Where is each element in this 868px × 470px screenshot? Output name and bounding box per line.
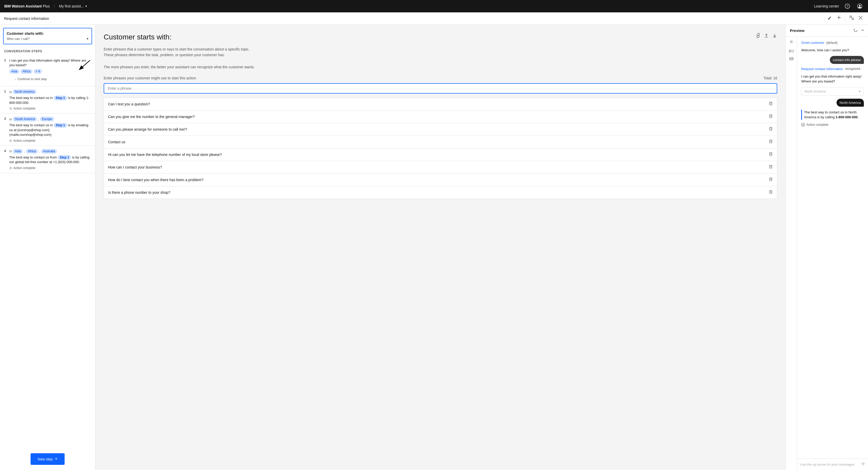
step-4[interactable]: 4 is Asia , Africa , Australia The best …: [0, 146, 95, 173]
upload-icon[interactable]: [764, 33, 769, 39]
delete-phrase-3[interactable]: [769, 127, 773, 132]
svg-rect-6: [852, 18, 854, 20]
action-card-subtitle: Who can I call?: [7, 37, 30, 41]
svg-rect-27: [789, 58, 793, 59]
chat-user-row: contact info please: [801, 56, 864, 64]
step-badge-4: Step 1: [58, 155, 71, 160]
center-title: Customer starts with:: [104, 33, 172, 41]
step-2[interactable]: 1 is North America The best way to conta…: [0, 86, 95, 114]
assistant-selector[interactable]: My first assist... ▾: [59, 4, 87, 8]
chat-input-row: Use the up arrow for prior messages: [797, 459, 868, 470]
center-header: Customer starts with:: [104, 33, 777, 41]
nav-left: IBM Watson Assistant Plus | My first ass…: [4, 4, 87, 8]
close-icon[interactable]: [857, 14, 864, 23]
arrow-annotation: [74, 59, 93, 75]
delete-phrase-7[interactable]: [769, 177, 773, 182]
panel-bar: Request contact information: [0, 12, 868, 25]
chevron-down-icon: ▾: [85, 4, 87, 8]
dropdown-chevron: ▾: [87, 37, 88, 41]
preview-chat: Greet customer [default] Welcome, how ca…: [797, 37, 868, 470]
center-header-icons: [755, 33, 777, 39]
center-desc-2: The more phrases you enter, the better y…: [104, 64, 258, 70]
download-icon[interactable]: [772, 33, 777, 39]
delete-phrase-2[interactable]: [769, 114, 773, 119]
minimize-icon[interactable]: −: [861, 28, 864, 33]
delete-phrase-6[interactable]: [769, 165, 773, 170]
phrase-input-container[interactable]: [104, 83, 777, 94]
top-nav: IBM Watson Assistant Plus | My first ass…: [0, 0, 868, 12]
delete-phrase-1[interactable]: [769, 102, 773, 107]
edit-icon[interactable]: [827, 14, 833, 23]
nav-right: Learning center ?: [814, 2, 864, 10]
phrase-row-1: Can I text you a question?: [104, 98, 777, 110]
learning-center-link[interactable]: Learning center: [814, 4, 839, 8]
phrase-row-6: How can I contact your business?: [104, 161, 777, 174]
action-card-title: Customer starts with:: [7, 31, 88, 36]
refresh-icon[interactable]: [853, 28, 858, 33]
chat-select[interactable]: North America ▾: [801, 87, 864, 96]
tag-asia: Asia: [9, 69, 19, 74]
panel-bar-icons: [827, 14, 864, 23]
chat-response: The best way to contact us in North Amer…: [801, 110, 864, 120]
svg-point-3: [859, 5, 861, 6]
phrase-row-8: Is there a phone number to your shop?: [104, 186, 777, 199]
phrase-row-2: Can you give me the number to the genera…: [104, 110, 777, 123]
check-circle-icon: ⊙: [9, 107, 12, 110]
settings-icon[interactable]: [835, 14, 842, 23]
svg-text:?: ?: [846, 4, 848, 8]
section-label: Conversation steps: [0, 47, 95, 55]
brand-name: IBM Watson Assistant Plus: [4, 4, 50, 8]
svg-rect-28: [789, 59, 793, 60]
nav-divider: |: [54, 4, 55, 8]
step-3[interactable]: 3 is South America , Europe The best way…: [0, 114, 95, 145]
chat-user-na-row: North America: [801, 99, 864, 107]
steps-container: 1 I can get you that information right a…: [0, 55, 95, 452]
phrase-total: Total: 16: [764, 76, 777, 80]
tag-more: + 4: [33, 69, 42, 74]
center-panel: Customer starts with: Enter phrases that…: [95, 25, 785, 470]
greet-link[interactable]: Greet customer: [801, 41, 825, 44]
step-1[interactable]: 1 I can get you that information right a…: [0, 55, 95, 86]
chat-section-request: Request contact information recognized: [801, 67, 864, 71]
phrase-row-3: Can you please arrange for someone to ca…: [104, 123, 777, 136]
arrow-down-icon: ↓: [14, 77, 16, 81]
delete-phrase-8[interactable]: [769, 190, 773, 195]
main-content: Customer starts with: Who can I call? ▾ …: [0, 25, 868, 470]
preview-icons-col: f(x): [786, 37, 797, 470]
settings-side-icon[interactable]: [789, 40, 794, 45]
svg-rect-5: [850, 16, 851, 18]
action-card[interactable]: Customer starts with: Who can I call? ▾: [3, 28, 92, 44]
left-panel: Customer starts with: Who can I call? ▾ …: [0, 25, 95, 470]
chat-user-na: North America: [837, 99, 864, 107]
panel-title: Request contact information: [4, 16, 49, 21]
data-side-icon[interactable]: [789, 57, 794, 62]
delete-phrase-5[interactable]: [769, 152, 773, 157]
link-icon[interactable]: [755, 33, 761, 39]
phrase-list: Can I text you a question? Can you give …: [104, 98, 777, 199]
request-link[interactable]: Request contact information: [801, 67, 843, 71]
expand-icon[interactable]: [848, 14, 855, 23]
divider: [845, 16, 845, 21]
check-circle-icon-4: ⊙: [9, 166, 12, 170]
new-step-button[interactable]: New step +: [30, 453, 65, 465]
function-side-icon[interactable]: f(x): [789, 49, 794, 53]
right-panel: Preview − f(x): [785, 25, 868, 470]
preview-header-icons: −: [853, 28, 864, 33]
center-desc-1: Enter phrases that a customer types or s…: [104, 46, 258, 58]
help-icon[interactable]: ?: [843, 2, 851, 10]
phrase-row-7: How do I best contact you when there has…: [104, 174, 777, 186]
svg-point-29: [802, 123, 805, 126]
select-chevron: ▾: [859, 90, 861, 93]
preview-title: Preview: [790, 28, 805, 33]
delete-phrase-4[interactable]: [769, 139, 773, 144]
chat-section-greet: Greet customer [default]: [801, 41, 864, 44]
send-icon[interactable]: [860, 462, 865, 467]
phrase-row-4: Contact us: [104, 136, 777, 148]
chat-bot-welcome: Welcome, how can I assist you?: [801, 48, 864, 53]
user-icon[interactable]: [856, 2, 864, 10]
step-badge-3: Step 1: [54, 123, 67, 128]
phrase-input[interactable]: [108, 86, 773, 91]
phrase-label: Enter phrases your customer might use to…: [104, 76, 196, 80]
phrase-row-5: Hi can you let me have the telephone num…: [104, 148, 777, 161]
tag-north-america: North America: [12, 90, 36, 94]
